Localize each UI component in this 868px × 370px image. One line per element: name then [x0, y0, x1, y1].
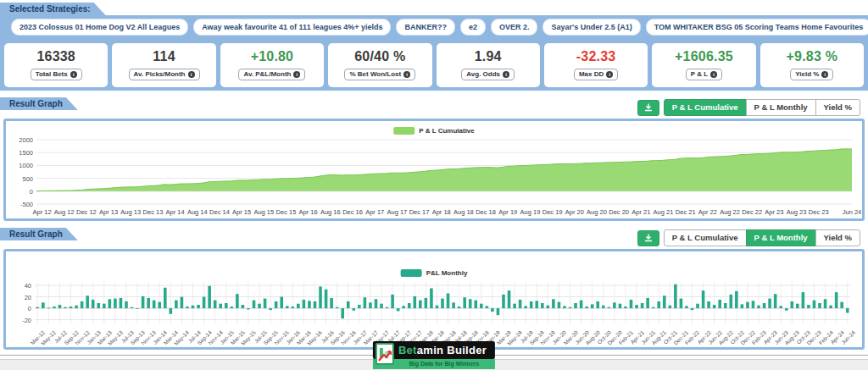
- x-axis-label: Aug 15: [253, 208, 274, 216]
- stat-label-text: Avg. Odds: [466, 71, 500, 78]
- x-axis-label: Dec 22: [742, 208, 762, 216]
- legend-pl-monthly[interactable]: P&L Monthly: [401, 269, 468, 277]
- x-axis-label: Dec 14: [209, 208, 230, 216]
- stat-label-text: P & L: [691, 71, 708, 78]
- info-icon[interactable]: i: [403, 71, 410, 78]
- x-axis-label: Dec 18: [476, 208, 496, 216]
- stat-label-avg-odds: Avg. Oddsi: [461, 69, 515, 80]
- logo-wordmark: Betamin Builder: [398, 344, 487, 356]
- x-axis-label: Apr 21: [632, 208, 650, 216]
- x-axis-label: Apr 16: [299, 208, 318, 216]
- y-axis-label: 2000: [8, 136, 33, 144]
- stat-value-max-dd: -32.33: [546, 49, 646, 64]
- stat-card-total-bets: 16338Total Betsi: [4, 43, 108, 87]
- logo-black-bar: Betamin Builder: [373, 341, 495, 359]
- y-axis-label: 500: [8, 174, 33, 182]
- x-axis-label: Aug 18: [453, 208, 474, 216]
- x-axis-label: Dec 15: [276, 208, 297, 216]
- strategy-chip-list: 2023 Colossus 01 Home Dog V2 All Leagues…: [0, 15, 868, 40]
- result-graph-2-tab: Result Graph: [0, 228, 78, 240]
- legend-pl-cumulative[interactable]: P & L Cumulative: [393, 127, 475, 135]
- toggle-yield[interactable]: Yield %: [815, 229, 860, 246]
- result-graph-2-toolbar: P & L CumulativeP & L MonthlyYield %: [637, 229, 860, 246]
- strategy-chip-banker[interactable]: BANKER??: [396, 19, 455, 36]
- x-axis-label: Apr 12: [32, 208, 51, 216]
- result-graph-2-header: Result Graph P & L CumulativeP & L Month…: [0, 225, 868, 249]
- stat-value-bet-won-lost: 60/40 %: [330, 49, 430, 64]
- selected-strategies-tab: Selected Strategies:: [0, 3, 106, 15]
- result-graph-1-tab: Result Graph: [0, 97, 78, 110]
- stat-label-av-p-l-month: Av. P&L/Monthi: [238, 69, 305, 80]
- x-axis-label: Apr 22: [698, 208, 717, 216]
- strategy-chip-over-2[interactable]: OVER 2.: [491, 19, 538, 36]
- stat-label-av-picks-month: Av. Picks/Monthi: [129, 69, 200, 80]
- strategy-chip-away-weak-favourite-41-of-111-leagues-4-yields[interactable]: Away weak favourite 41 of 111 leagues 4%…: [193, 19, 391, 36]
- info-icon[interactable]: i: [606, 71, 613, 78]
- stat-value-av-picks-month: 114: [114, 49, 214, 64]
- x-axis-label: Aug 22: [720, 208, 740, 216]
- x-axis-label: Aug 19: [520, 208, 541, 216]
- download-icon: [643, 233, 654, 243]
- x-axis-label: Dec 12: [76, 208, 97, 216]
- stat-label-text: Av. Picks/Month: [134, 71, 186, 78]
- x-axis-label: Dec 17: [409, 208, 430, 216]
- stat-label-text: Max DD: [579, 71, 604, 78]
- info-icon[interactable]: i: [293, 71, 300, 78]
- toggle-p-l-cumulative[interactable]: P & L Cumulative: [664, 229, 747, 246]
- result-graph-1-header: Result Graph P & L CumulativeP & L Month…: [0, 95, 868, 119]
- legend-swatch-monthly: [401, 269, 422, 277]
- y-axis-label: -500: [8, 201, 33, 208]
- toggle-yield[interactable]: Yield %: [815, 99, 860, 116]
- stat-value-total-bets: 16338: [6, 49, 106, 64]
- info-icon[interactable]: i: [710, 71, 717, 78]
- toggle-p-l-cumulative[interactable]: P & L Cumulative: [664, 99, 747, 116]
- stat-value-yield: +9.83 %: [762, 49, 862, 64]
- toggle-p-l-monthly[interactable]: P & L Monthly: [746, 229, 816, 246]
- stat-label-text: Total Bets: [36, 71, 68, 78]
- x-axis-label: Apr 20: [565, 208, 584, 216]
- stat-card-avg-odds: 1.94Avg. Oddsi: [437, 43, 540, 87]
- x-axis-label: Dec 16: [342, 208, 363, 216]
- monthly-chart-svg: [35, 282, 850, 324]
- toggle-p-l-monthly[interactable]: P & L Monthly: [746, 99, 816, 116]
- stat-value-p-l: +1606.35: [654, 49, 754, 64]
- legend-label-monthly: P&L Monthly: [426, 269, 468, 277]
- x-axis-label: Aug 20: [587, 208, 607, 216]
- x-axis-label: Dec 21: [676, 208, 696, 216]
- download-button[interactable]: [637, 230, 659, 246]
- graph-2-view-toggle: P & L CumulativeP & L MonthlyYield %: [664, 229, 860, 246]
- cumulative-chart-panel: P & L Cumulative 2000150010005000-500Apr…: [3, 119, 865, 221]
- betamin-builder-logo[interactable]: Betamin Builder Big Data for Big Winners: [373, 341, 495, 369]
- download-icon: [643, 102, 654, 113]
- x-axis-label: Dec 13: [143, 208, 164, 216]
- y-axis-label: 20: [6, 293, 31, 301]
- monthly-bar-chart: 40200-20Mar-12May-12Jul-12Sep-12Nov-12Ja…: [35, 282, 850, 324]
- cumulative-area-chart: 2000150010005000-500Apr 12Aug 12Dec 12Ap…: [36, 140, 852, 204]
- stat-label-text: % Bet Won/Lost: [349, 71, 401, 78]
- stat-label-text: Av. P&L/Month: [243, 71, 291, 78]
- legend-label-cumulative: P & L Cumulative: [419, 127, 475, 135]
- stat-card-bet-won-lost: 60/40 %% Bet Won/Losti: [328, 43, 431, 87]
- stat-label-p-l: P & Li: [686, 69, 722, 80]
- strategy-chip-e2[interactable]: e2: [460, 19, 486, 36]
- stat-value-avg-odds: 1.94: [438, 49, 538, 64]
- x-axis-label: Aug 13: [120, 208, 141, 216]
- x-axis-label: Apr 13: [99, 208, 118, 216]
- stat-label-total-bets: Total Betsi: [31, 69, 82, 80]
- info-icon[interactable]: i: [70, 71, 77, 78]
- strategy-chip-tom-whitaker-bsg-05-scoring-teams-home-favourites[interactable]: TOM WHITAKER BSG 05 Scoring Teams Home F…: [646, 19, 868, 36]
- info-icon[interactable]: i: [503, 71, 509, 78]
- result-graph-1-toolbar: P & L CumulativeP & L MonthlyYield %: [637, 99, 860, 116]
- download-button[interactable]: [637, 100, 659, 116]
- x-axis-label: Jun 24: [843, 208, 862, 216]
- x-axis-label: Apr 14: [166, 208, 185, 216]
- x-axis-label: Apr 19: [498, 208, 517, 216]
- x-axis-label: Aug 16: [320, 208, 341, 216]
- info-icon[interactable]: i: [821, 71, 828, 78]
- stat-card-av-p-l-month: +10.80Av. P&L/Monthi: [220, 43, 324, 87]
- strategy-chip-sayar-s-under-2-5-a1[interactable]: Sayar's Under 2.5 (A1): [542, 19, 640, 36]
- strategy-chip-2023-colossus-01-home-dog-v2-all-leagues[interactable]: 2023 Colossus 01 Home Dog V2 All Leagues: [11, 19, 188, 36]
- info-icon[interactable]: i: [188, 71, 195, 78]
- graph-1-view-toggle: P & L CumulativeP & L MonthlyYield %: [664, 99, 860, 116]
- betamin-logo-icon: [376, 343, 394, 365]
